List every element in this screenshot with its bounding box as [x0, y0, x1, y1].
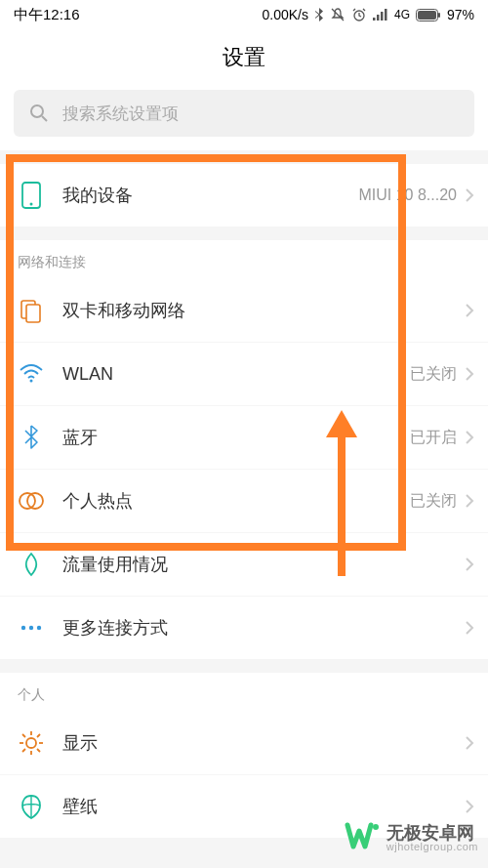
chevron-right-icon — [465, 735, 474, 751]
signal-icon — [373, 9, 388, 21]
wifi-icon — [0, 364, 62, 384]
svg-line-27 — [22, 749, 25, 752]
svg-point-11 — [30, 203, 33, 206]
status-time: 中午12:16 — [14, 6, 80, 24]
battery-icon — [416, 9, 441, 21]
data-usage-icon — [0, 552, 62, 577]
chevron-right-icon — [465, 430, 474, 445]
svg-line-9 — [42, 116, 47, 121]
status-netspeed: 0.00K/s — [262, 7, 307, 22]
search-input[interactable]: 搜索系统设置项 — [14, 90, 474, 137]
page-title: 设置 — [0, 29, 488, 90]
svg-point-14 — [30, 380, 33, 383]
section-divider — [0, 659, 488, 673]
svg-line-26 — [37, 749, 40, 752]
watermark-url: wjhotelgroup.com — [386, 842, 478, 852]
section-divider — [0, 227, 488, 240]
row-label: 更多连接方式 — [62, 616, 465, 640]
svg-rect-2 — [377, 15, 380, 21]
row-hotspot[interactable]: 个人热点 已关闭 — [0, 470, 488, 532]
svg-rect-3 — [381, 12, 384, 21]
row-label: 个人热点 — [62, 489, 410, 513]
row-label: WLAN — [62, 364, 410, 385]
hotspot-icon — [0, 491, 62, 511]
svg-point-8 — [31, 105, 43, 117]
device-icon — [0, 182, 62, 209]
svg-rect-6 — [418, 11, 436, 20]
chevron-right-icon — [465, 799, 474, 814]
chevron-right-icon — [465, 187, 474, 203]
svg-rect-4 — [385, 9, 387, 21]
chevron-right-icon — [465, 366, 474, 382]
svg-point-17 — [21, 626, 25, 630]
display-icon — [0, 730, 62, 756]
section-divider — [0, 150, 488, 164]
svg-line-25 — [22, 734, 25, 737]
chevron-right-icon — [465, 557, 474, 572]
row-sim[interactable]: 双卡和移动网络 — [0, 279, 488, 342]
status-network-label: 4G — [394, 8, 410, 21]
svg-rect-13 — [26, 305, 40, 322]
chevron-right-icon — [465, 620, 474, 636]
row-label: 双卡和移动网络 — [62, 299, 465, 322]
row-label: 我的设备 — [62, 184, 359, 207]
row-label: 流量使用情况 — [62, 553, 465, 576]
svg-point-19 — [37, 626, 41, 630]
row-label: 蓝牙 — [62, 426, 410, 449]
svg-point-20 — [26, 738, 36, 748]
svg-rect-7 — [438, 13, 440, 18]
svg-rect-1 — [373, 18, 376, 21]
section-header-personal: 个人 — [0, 673, 488, 712]
bluetooth-status-icon — [314, 8, 324, 21]
chevron-right-icon — [465, 303, 474, 318]
watermark-brand: 无极安卓网 — [386, 824, 478, 842]
search-icon — [29, 103, 49, 123]
sim-icon — [0, 298, 62, 323]
row-more-connections[interactable]: 更多连接方式 — [0, 597, 488, 659]
dnd-icon — [330, 7, 346, 22]
row-wlan[interactable]: WLAN 已关闭 — [0, 343, 488, 405]
row-value: 已开启 — [410, 428, 457, 448]
svg-point-31 — [373, 824, 379, 830]
status-battery: 97% — [447, 7, 474, 22]
section-header-network: 网络和连接 — [0, 240, 488, 279]
watermark-logo-icon — [344, 821, 381, 854]
row-value: 已关闭 — [410, 491, 457, 512]
search-container: 搜索系统设置项 — [0, 90, 488, 150]
more-icon — [0, 624, 62, 632]
search-placeholder: 搜索系统设置项 — [62, 103, 179, 125]
row-bluetooth[interactable]: 蓝牙 已开启 — [0, 406, 488, 469]
status-bar: 中午12:16 0.00K/s 4G 97% — [0, 0, 488, 29]
row-label: 壁纸 — [62, 795, 465, 818]
chevron-right-icon — [465, 493, 474, 509]
row-display[interactable]: 显示 — [0, 712, 488, 774]
wallpaper-icon — [0, 794, 62, 819]
status-right: 0.00K/s 4G 97% — [262, 7, 474, 22]
svg-line-28 — [37, 734, 40, 737]
alarm-icon — [351, 7, 367, 22]
svg-point-18 — [29, 626, 33, 630]
bluetooth-icon — [0, 425, 62, 450]
row-data-usage[interactable]: 流量使用情况 — [0, 533, 488, 596]
row-value: 已关闭 — [410, 364, 457, 385]
watermark: 无极安卓网 wjhotelgroup.com — [344, 821, 478, 854]
row-my-device[interactable]: 我的设备 MIUI 10 8...20 — [0, 164, 488, 227]
row-label: 显示 — [62, 731, 465, 755]
row-value: MIUI 10 8...20 — [359, 186, 458, 204]
